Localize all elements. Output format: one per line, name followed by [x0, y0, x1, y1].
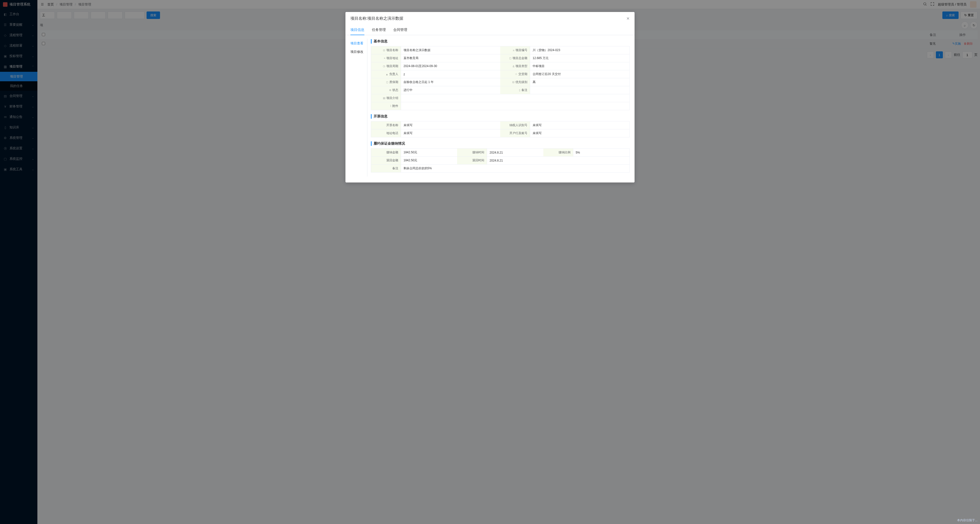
val-pay-ratio: 5% [573, 148, 629, 156]
clock-icon: ◷ [383, 65, 385, 68]
lbl: 退回时间 [472, 158, 484, 162]
watermark: 本内容仅限于... [957, 518, 977, 522]
val-dep-remark: 剩余合同总价款的5% [401, 164, 629, 172]
val-inv-bank: 未填写 [530, 129, 629, 137]
lbl: 状态 [392, 88, 398, 92]
val-project-no: 川（货物）2024-023 [530, 46, 629, 54]
lbl: 项目总金额 [512, 56, 527, 61]
val-inv-tax: 未填写 [530, 121, 629, 129]
tab-task[interactable]: 任务管理 [372, 25, 386, 35]
type-icon: & [513, 65, 514, 68]
money-icon: ◻ [509, 57, 511, 60]
val-priority: 高 [530, 78, 629, 86]
lbl: 退回金额 [386, 158, 398, 162]
val-inv-addr: 未填写 [401, 129, 500, 137]
val-warranty: 自验收合格之日起 1 年 [401, 78, 500, 86]
lbl: 备注 [522, 88, 527, 92]
val-pay-time: 2024.8.21 [487, 148, 543, 156]
section-invoice: 开票信息 [371, 114, 630, 119]
lbl: 开户行及账号 [509, 131, 527, 135]
val-inv-name: 未填写 [401, 121, 500, 129]
val-delivery: 合同签订后20 天交付 [530, 70, 629, 78]
side-tab-edit[interactable]: 项目修改 [350, 48, 367, 56]
lbl: 交货期 [519, 72, 527, 76]
val-address: 某市教育局 [401, 54, 500, 62]
val-pay-amt: 1842.50元 [401, 148, 457, 156]
lbl: 质保期 [389, 80, 398, 84]
close-icon[interactable]: ✕ [626, 16, 630, 21]
section-basic: 基本信息 [371, 39, 630, 44]
lbl: 项目类型 [515, 64, 527, 68]
lbl: 缴纳时间 [472, 150, 484, 154]
user-icon: ▲ [385, 73, 388, 76]
lbl: 项目周期 [386, 64, 398, 68]
val-ret-amt: 1842.50元 [401, 156, 457, 164]
status-icon: ⊕ [389, 89, 391, 92]
modal-tabs: 项目信息 任务管理 合同管理 [345, 25, 635, 35]
section-deposit: 履约保证金缴纳情况 [371, 141, 630, 146]
lbl: 地址电话 [386, 131, 398, 135]
val-status: 进行中 [401, 86, 500, 94]
lbl: 项目名称 [386, 48, 398, 53]
modal-mask: 项目名称:项目名称之演示数据 ✕ 项目信息 任务管理 合同管理 项目查看 项目修… [0, 0, 980, 524]
note-icon: ▯ [519, 89, 520, 92]
lbl: 备注 [392, 166, 398, 170]
val-type: 中标项目 [530, 62, 629, 70]
star-icon: ☆ [515, 73, 517, 76]
lbl: 项目介绍 [386, 96, 398, 100]
lbl: 缴纳比例 [558, 150, 571, 154]
val-remark [530, 86, 629, 94]
side-tab-view[interactable]: 项目查看 [350, 39, 367, 48]
modal-title: 项目名称:项目名称之演示数据 [350, 16, 403, 21]
val-attach [401, 102, 629, 110]
val-period: 2024-08-01至2024-09-30 [401, 62, 500, 70]
lbl: 负责人 [389, 72, 398, 76]
lbl: 纳税人识别号 [509, 123, 527, 127]
lbl: 项目编号 [515, 48, 527, 53]
tag-icon: ◎ [383, 49, 385, 52]
tab-info[interactable]: 项目信息 [350, 25, 364, 35]
doc-icon: ▤ [383, 97, 385, 100]
val-ret-time: 2024.8.21 [487, 156, 629, 164]
attach-icon: ⌇ [390, 104, 391, 108]
pin-icon: ⌖ [384, 57, 385, 60]
lbl: 缴纳金额 [386, 150, 398, 154]
val-project-name: 项目名称之演示数据 [401, 46, 500, 54]
shield-icon: ◻ [386, 81, 388, 84]
side-tabs: 项目查看 项目修改 [350, 39, 368, 177]
list-icon: ≡ [513, 49, 514, 52]
lbl: 项目地址 [386, 56, 398, 61]
tab-contract[interactable]: 合同管理 [393, 25, 407, 35]
val-owner: z [401, 70, 500, 78]
project-detail-modal: 项目名称:项目名称之演示数据 ✕ 项目信息 任务管理 合同管理 项目查看 项目修… [345, 12, 635, 183]
lbl: 优先级别 [515, 80, 527, 84]
priority-icon: ⊟ [512, 81, 514, 84]
val-intro [401, 94, 629, 102]
lbl: 附件 [392, 104, 398, 108]
val-total: 12.685 万元 [530, 54, 629, 62]
lbl: 开票名称 [386, 123, 398, 127]
